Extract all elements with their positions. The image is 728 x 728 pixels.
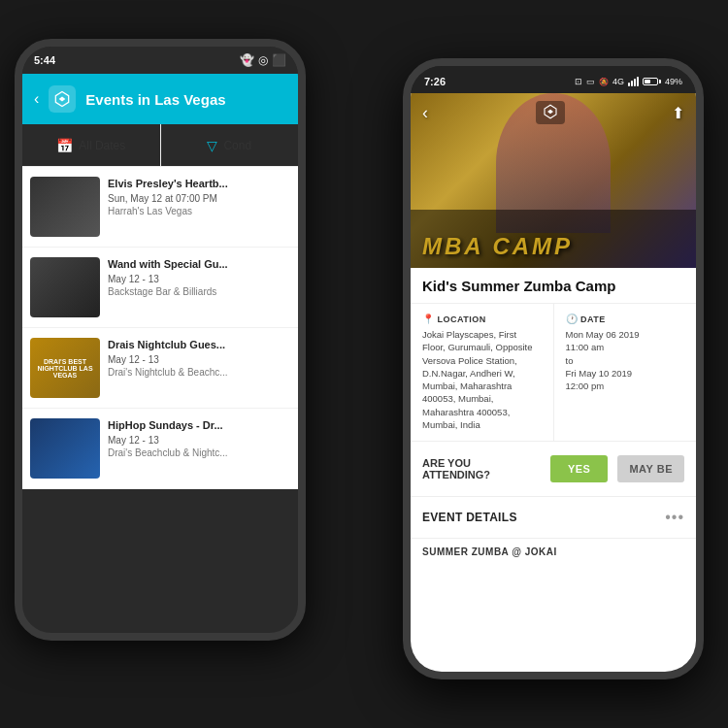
thumb-label: DRAI'S BEST NIGHTCLUB LAS VEGAS — [30, 356, 100, 381]
list-item[interactable]: Wand with Special Gu... May 12 - 13 Back… — [22, 248, 298, 328]
nav-logo — [536, 101, 565, 124]
event-venue: Backstage Bar & Billiards — [108, 286, 290, 297]
mute-icon: 🔕 — [599, 78, 609, 86]
event-screen: MBA CAMP ‹ ⬆ Kid's Summer Zumba Camp 📍 — [411, 93, 696, 672]
event-date: May 12 - 13 — [108, 354, 290, 365]
event-venue: Harrah's Las Vegas — [108, 206, 290, 216]
event-thumbnail: DRAI'S BEST NIGHTCLUB LAS VEGAS — [30, 338, 100, 398]
status-bar-front: 7:26 ⊡ ▭ 🔕 4G 49% — [411, 66, 696, 93]
share-icon[interactable]: ⬆ — [672, 104, 684, 122]
battery-icon — [643, 78, 661, 85]
attending-section: ARE YOU ATTENDING? YES MAY BE — [411, 442, 696, 497]
event-nav: ‹ ⬆ — [411, 93, 696, 132]
event-thumbnail — [30, 418, 100, 479]
time-display: 5:44 — [34, 54, 55, 66]
location-col: 📍 LOCATION Jokai Playscapes, First Floor… — [411, 304, 554, 441]
filter-icon: ▽ — [207, 138, 217, 153]
event-name: Wand with Special Gu... — [108, 257, 290, 271]
date-filter[interactable]: 📅 All Dates — [22, 124, 161, 166]
signal-bars-icon — [628, 77, 639, 86]
attending-question: ARE YOU ATTENDING? — [422, 457, 541, 480]
event-title-bar: Kid's Summer Zumba Camp — [411, 268, 696, 304]
time-area: 5:44 — [34, 54, 55, 66]
app-logo — [49, 85, 76, 113]
snapchat-icon: 👻 — [240, 53, 254, 67]
more-options-icon[interactable]: ••• — [665, 509, 684, 526]
app-title: Events in Las Vegas — [85, 91, 225, 108]
date-col: 🕐 DATE Mon May 06 2019 11:00 am to Fri M… — [554, 304, 697, 441]
back-arrow-icon[interactable]: ‹ — [34, 90, 39, 108]
event-details-section: EVENT DETAILS ••• — [411, 497, 696, 539]
event-info: Wand with Special Gu... May 12 - 13 Back… — [108, 257, 290, 297]
event-details-heading: EVENT DETAILS — [422, 511, 665, 524]
filter-bar: 📅 All Dates ▽ Cond — [22, 124, 298, 167]
front-time-display: 7:26 — [424, 76, 446, 87]
event-list: Elvis Presley's Heartb... Sun, May 12 at… — [22, 167, 298, 489]
event-venue: Drai's Nightclub & Beachc... — [108, 367, 290, 378]
cond-filter-label: Cond — [223, 139, 251, 152]
calendar-icon: 📅 — [56, 138, 73, 153]
list-item[interactable]: HipHop Sundays - Dr... May 12 - 13 Drai'… — [22, 409, 298, 489]
location-label: 📍 LOCATION — [422, 314, 542, 324]
list-item[interactable]: DRAI'S BEST NIGHTCLUB LAS VEGAS Drais Ni… — [22, 328, 298, 409]
date-label: 🕐 DATE — [566, 314, 685, 324]
cond-filter[interactable]: ▽ Cond — [161, 124, 299, 166]
phone-front: 7:26 ⊡ ▭ 🔕 4G 49% — [403, 58, 704, 679]
front-status-icons: ⊡ ▭ 🔕 4G 49% — [575, 77, 682, 86]
event-info: HipHop Sundays - Dr... May 12 - 13 Drai'… — [108, 418, 290, 458]
laptop-icon: ▭ — [586, 77, 595, 86]
event-main-title: Kid's Summer Zumba Camp — [422, 278, 615, 294]
status-bar-back: 5:44 👻 ◎ ⬛ — [22, 47, 298, 74]
date-text: Mon May 06 2019 11:00 am to Fri May 10 2… — [566, 328, 685, 392]
status-icons-back: 👻 ◎ ⬛ — [240, 53, 286, 67]
event-name: HipHop Sundays - Dr... — [108, 418, 290, 432]
yes-button[interactable]: YES — [550, 455, 609, 482]
event-image-text: MBA CAMP — [422, 233, 573, 260]
nav-back-arrow[interactable]: ‹ — [422, 103, 428, 123]
event-thumbnail — [30, 257, 100, 317]
list-item[interactable]: Elvis Presley's Heartb... Sun, May 12 at… — [22, 167, 298, 248]
phone-back: 5:44 👻 ◎ ⬛ ‹ Events in Las Vegas 📅 All D… — [15, 39, 306, 641]
event-info: Elvis Presley's Heartb... Sun, May 12 at… — [108, 177, 290, 216]
battery-percent: 49% — [665, 77, 682, 86]
instagram-icon: ◎ — [258, 53, 268, 67]
app-header-back: ‹ Events in Las Vegas — [22, 74, 298, 124]
maybe-button[interactable]: MAY BE — [617, 455, 684, 482]
event-date: Sun, May 12 at 07:00 PM — [108, 193, 290, 204]
clock-icon: 🕐 — [566, 314, 579, 324]
event-name: Drais Nightclub Gues... — [108, 338, 290, 351]
location-icon: 📍 — [422, 314, 435, 324]
network-label: 4G — [612, 77, 624, 86]
event-thumbnail — [30, 177, 100, 237]
camera-icon: ⬛ — [272, 53, 286, 67]
screen-record-icon: ⊡ — [575, 77, 582, 86]
location-text: Jokai Playscapes, First Floor, Gurumauli… — [422, 328, 542, 431]
image-title-overlay: MBA CAMP — [411, 210, 696, 268]
event-name: Elvis Presley's Heartb... — [108, 177, 290, 190]
event-subtitle: SUMMER ZUMBA @ JOKAI — [411, 539, 696, 565]
event-venue: Drai's Beachclub & Nightc... — [108, 447, 290, 458]
event-details-grid: 📍 LOCATION Jokai Playscapes, First Floor… — [411, 304, 696, 442]
event-date: May 12 - 13 — [108, 435, 290, 446]
event-date: May 12 - 13 — [108, 274, 290, 284]
date-filter-label: All Dates — [79, 139, 125, 152]
event-info: Drais Nightclub Gues... May 12 - 13 Drai… — [108, 338, 290, 378]
